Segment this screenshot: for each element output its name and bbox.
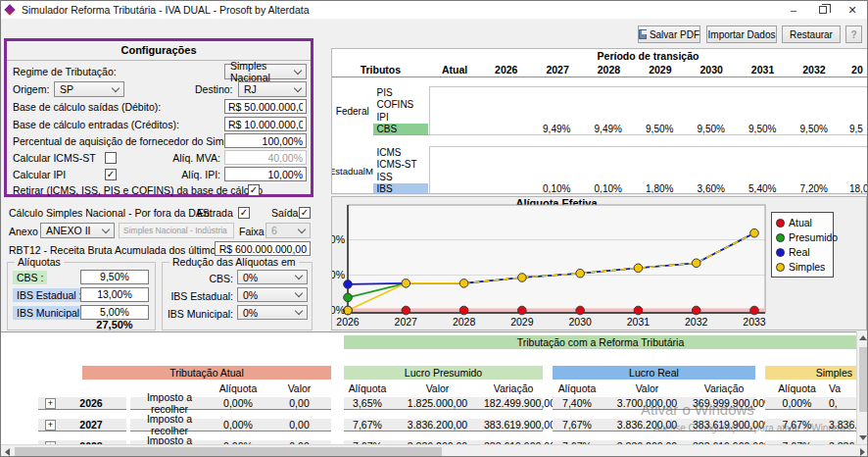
legend-item-atual: Atual xyxy=(776,217,829,228)
tax-label: ICMS xyxy=(373,147,428,158)
cbs-value: 9,49% xyxy=(531,124,583,134)
entrada-checkbox[interactable] xyxy=(238,207,250,219)
svg-text:2030: 2030 xyxy=(568,316,592,328)
entrada-label: Entrada xyxy=(197,207,233,220)
ibs-value: 0,10% xyxy=(531,183,583,194)
chart-legend: AtualPresumidoRealSimples xyxy=(771,212,834,278)
scroll-up-icon[interactable] xyxy=(859,335,867,340)
restore-window-button[interactable] xyxy=(808,1,838,19)
anexo-value: ANEXO II xyxy=(46,225,91,236)
window-controls: – ✕ xyxy=(779,1,867,19)
anexo-select[interactable]: ANEXO II xyxy=(40,223,115,238)
simples-banner: Simples xyxy=(765,366,857,380)
tax-label-cbs: CBS xyxy=(373,124,428,135)
import-data-button[interactable]: Importar Dados xyxy=(706,25,777,43)
expand-button[interactable]: + xyxy=(45,398,56,409)
restore-label: Restaurar xyxy=(790,29,833,40)
ipi-input[interactable] xyxy=(224,167,307,181)
presumido-col-headers: Alíquota Valor Variação xyxy=(344,382,543,394)
tax-row-icmsst: ICMS-ST xyxy=(373,159,868,172)
col-2029: 2029 xyxy=(635,64,686,76)
ipi-label: Calcular IPI xyxy=(13,169,66,181)
app-icon xyxy=(4,4,15,15)
destino-label: Destino: xyxy=(195,83,233,96)
tax-row-cofins: COFINS xyxy=(373,99,868,112)
close-button[interactable]: ✕ xyxy=(838,1,867,19)
base-entradas-input[interactable] xyxy=(224,117,307,131)
atual-banner: Tributação Atual xyxy=(82,366,331,380)
tax-row-icms: ICMS xyxy=(373,146,868,159)
svg-text:2029: 2029 xyxy=(510,316,534,328)
cbs-rate-input[interactable]: 9,50% xyxy=(80,270,149,284)
legend-marker-icon xyxy=(776,263,785,272)
year-label: 2026 xyxy=(56,397,126,409)
icmsst-label: Calcular ICMS-ST xyxy=(13,152,96,165)
vertical-scrollbar[interactable] xyxy=(856,331,868,444)
atual-row: Imposto a recolher 0,00% 0,00 xyxy=(130,397,331,410)
faixa-value: 6 xyxy=(271,225,277,236)
save-pdf-button[interactable]: Salvar PDF xyxy=(638,25,700,43)
anexo-label: Anexo xyxy=(9,226,38,238)
origem-select[interactable]: SP xyxy=(54,81,124,97)
retirar-checkbox[interactable] xyxy=(248,184,260,196)
origem-label: Origem: xyxy=(13,83,49,96)
effective-rate-chart: Alíquota Efetiva 0%10%20%202620272028202… xyxy=(331,196,867,330)
aliquota-value: 3,65% xyxy=(344,397,391,409)
tax-row-pis: PIS xyxy=(373,86,868,99)
valor-value: 3.700.000,00 xyxy=(602,397,693,409)
aliquota-value: 7,67% xyxy=(765,419,829,431)
retirar-label: Retirar (ICMS, ISS, PIS e COFINS) da bas… xyxy=(13,184,263,197)
reducao-cbs-value: 0% xyxy=(243,272,258,283)
restore-icon xyxy=(819,6,827,14)
row-label: Imposto a recolher xyxy=(130,391,209,415)
reducao-ibse-select[interactable]: 0% xyxy=(237,287,308,302)
tax-label-ibs: IBS xyxy=(373,183,428,195)
variacao-value: 383.619.900,00% xyxy=(484,419,543,431)
svg-text:20%: 20% xyxy=(332,233,345,245)
base-saidas-input[interactable] xyxy=(224,99,307,114)
scroll-left-icon[interactable] xyxy=(5,448,10,456)
valor-value: 0,00 xyxy=(267,419,331,431)
regime-select[interactable]: Simples Nacional xyxy=(224,64,307,79)
icmsst-checkbox[interactable] xyxy=(105,152,117,164)
restore-data-button[interactable]: Restaurar xyxy=(782,25,841,43)
mva-input xyxy=(224,150,307,165)
chevron-down-icon xyxy=(295,307,303,315)
col-2026: 2026 xyxy=(481,64,532,76)
reducao-ibsm-select[interactable]: 0% xyxy=(237,305,308,320)
config-title: Configurações xyxy=(7,44,311,61)
scroll-right-icon[interactable] xyxy=(860,448,865,456)
minimize-button[interactable]: – xyxy=(779,1,808,19)
col-2028: 2028 xyxy=(583,64,634,76)
ipi-checkbox[interactable] xyxy=(105,169,117,180)
reducao-ibsm-value: 0% xyxy=(243,307,258,319)
tributos-header: Tributos xyxy=(332,64,429,76)
horizontal-scrollbar[interactable] xyxy=(1,444,868,457)
reducao-cbs-select[interactable]: 0% xyxy=(237,270,308,284)
percentual-input[interactable] xyxy=(224,133,307,148)
legend-label: Simples xyxy=(789,261,825,273)
scroll-down-icon[interactable] xyxy=(859,435,867,440)
rbt12-input[interactable] xyxy=(215,241,311,256)
cbs-value: 9,50% xyxy=(686,124,738,134)
legend-marker-icon xyxy=(776,233,785,242)
col-variacao: Variação xyxy=(484,382,543,394)
ibs-value: 3,60% xyxy=(686,183,738,194)
col-2027: 2027 xyxy=(532,64,583,76)
cbs-value: 9,50% xyxy=(634,124,686,134)
ibs-estadual-rate-input[interactable]: 13,00% xyxy=(80,287,149,302)
vertical-scrollbar-thumb[interactable] xyxy=(859,347,868,412)
help-button[interactable]: ? xyxy=(845,25,862,43)
ibs-municipal-rate-input[interactable]: 5,00% xyxy=(80,305,149,320)
expand-button[interactable]: + xyxy=(45,420,56,431)
saida-checkbox[interactable] xyxy=(299,207,311,219)
aliquota-value: 7,40% xyxy=(553,397,602,409)
federal-group: Federal PIS COFINS IPI CBS 9,49% 9,49% 9… xyxy=(332,86,867,135)
destino-select[interactable]: RJ xyxy=(238,81,307,97)
variacao-value: 182.499.900,00% xyxy=(484,397,543,409)
cbs-value: 9,5 xyxy=(840,124,867,134)
col-valor: Valor xyxy=(267,382,331,394)
col-2030: 2030 xyxy=(686,64,737,76)
legend-item-real: Real xyxy=(776,246,829,258)
horizontal-scrollbar-thumb[interactable] xyxy=(15,447,442,457)
